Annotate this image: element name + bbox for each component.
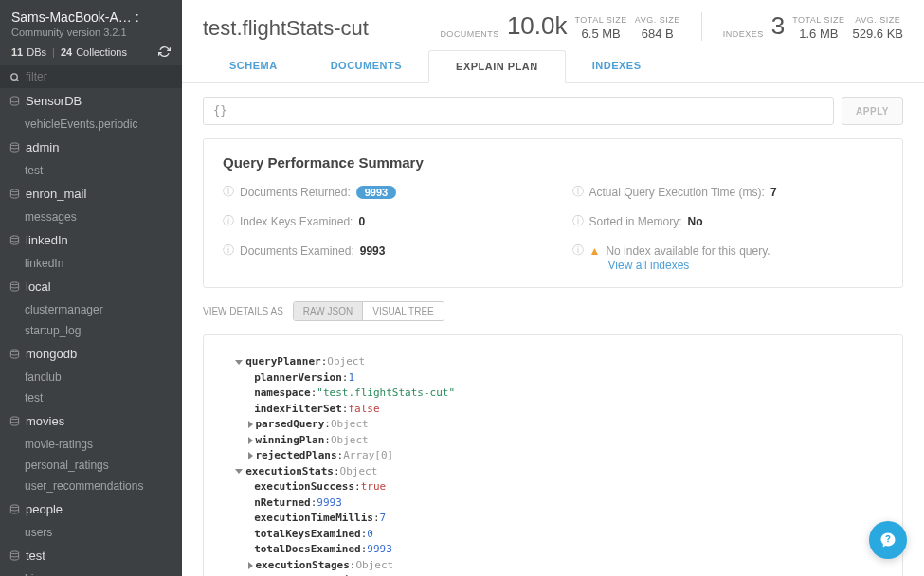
db-name: test bbox=[26, 549, 45, 563]
sidebar-collection[interactable]: big bbox=[0, 568, 182, 576]
docs-examined-label: Documents Examined: bbox=[240, 244, 354, 258]
svg-line-1 bbox=[16, 79, 18, 81]
sidebar-db[interactable]: test bbox=[0, 543, 182, 568]
sidebar-db[interactable]: local bbox=[0, 274, 182, 299]
content: {} APPLY Query Performance Summary ⓘ Doc… bbox=[182, 83, 924, 576]
warning-text: No index available for this query. bbox=[606, 244, 770, 258]
sidebar-db[interactable]: admin bbox=[0, 135, 182, 160]
svg-point-3 bbox=[10, 143, 18, 146]
db-name: movies bbox=[26, 414, 64, 428]
idx-avg-label: avg. size bbox=[855, 15, 900, 27]
sidebar-db[interactable]: movies bbox=[0, 408, 182, 434]
svg-point-9 bbox=[10, 505, 18, 508]
sidebar-collection[interactable]: startup_log bbox=[0, 320, 182, 341]
sidebar-collection[interactable]: test bbox=[0, 387, 182, 408]
db-name: linkedIn bbox=[26, 233, 68, 247]
exec-time-value: 7 bbox=[770, 186, 777, 199]
svg-point-7 bbox=[10, 350, 18, 352]
coll-count-label: Collections bbox=[76, 46, 127, 58]
host-name: Sams-MacBook-A… : bbox=[11, 9, 171, 25]
sidebar-collection[interactable]: movie-ratings bbox=[0, 434, 182, 455]
header-stats: DOCUMENTS 10.0k total size6.5 MB avg. si… bbox=[440, 11, 903, 41]
svg-point-4 bbox=[10, 189, 18, 192]
info-icon: ⓘ bbox=[223, 184, 234, 200]
info-icon: ⓘ bbox=[223, 213, 234, 229]
svg-point-8 bbox=[10, 417, 18, 420]
sidebar-collection[interactable]: messages bbox=[0, 207, 182, 227]
sidebar-collection[interactable]: vehicleEvents.periodic bbox=[0, 114, 182, 135]
keys-examined-value: 0 bbox=[358, 215, 365, 228]
docs-returned-row: ⓘ Documents Returned: 9993 bbox=[223, 184, 534, 200]
sidebar-db[interactable]: enron_mail bbox=[0, 181, 182, 207]
db-count: 11 bbox=[11, 46, 23, 58]
view-toggle: RAW JSON VISUAL TREE bbox=[293, 301, 444, 321]
sidebar-db[interactable]: linkedIn bbox=[0, 227, 182, 253]
idx-total-label: total size bbox=[792, 15, 844, 27]
help-button[interactable] bbox=[869, 521, 907, 559]
view-raw-json[interactable]: RAW JSON bbox=[294, 302, 363, 320]
info-icon: ⓘ bbox=[572, 213, 584, 229]
sidebar-collection[interactable]: test bbox=[0, 160, 182, 181]
query-summary: Query Performance Summary ⓘ Documents Re… bbox=[203, 138, 903, 288]
explain-json[interactable]: queryPlanner:Object plannerVersion:1 nam… bbox=[203, 334, 903, 576]
view-visual-tree[interactable]: VISUAL TREE bbox=[363, 302, 443, 320]
filter-input[interactable] bbox=[26, 70, 172, 83]
svg-point-5 bbox=[10, 236, 18, 239]
sidebar-db[interactable]: SensorDB bbox=[0, 88, 182, 114]
sidebar-collection[interactable]: personal_ratings bbox=[0, 455, 182, 476]
svg-point-2 bbox=[10, 97, 18, 99]
view-label: VIEW DETAILS AS bbox=[203, 306, 283, 316]
summary-title: Query Performance Summary bbox=[223, 154, 883, 171]
sidebar-collection[interactable]: clustermanager bbox=[0, 299, 182, 320]
info-icon: ⓘ bbox=[572, 184, 584, 200]
sidebar-collection[interactable]: fanclub bbox=[0, 367, 182, 387]
query-input[interactable]: {} bbox=[203, 97, 834, 125]
tab-indexes[interactable]: INDEXES bbox=[566, 50, 668, 82]
db-name: SensorDB bbox=[26, 94, 82, 108]
db-count-label: DBs bbox=[27, 46, 46, 58]
docs-returned-value: 9993 bbox=[356, 186, 396, 199]
tab-documents[interactable]: DOCUMENTS bbox=[304, 50, 428, 82]
coll-count: 24 bbox=[61, 46, 72, 58]
total-size-label: total size bbox=[574, 15, 626, 27]
sorted-value: No bbox=[688, 215, 703, 228]
avg-size-label: avg. size bbox=[635, 15, 680, 27]
db-name: local bbox=[26, 279, 51, 294]
docs-examined-row: ⓘ Documents Examined: 9993 bbox=[223, 243, 534, 259]
info-icon: ⓘ bbox=[223, 243, 234, 259]
keys-examined-row: ⓘ Index Keys Examined: 0 bbox=[223, 213, 534, 229]
tab-explain[interactable]: EXPLAIN PLAN bbox=[428, 50, 566, 83]
warning-icon: ▲ bbox=[589, 244, 601, 258]
query-row: {} APPLY bbox=[203, 97, 903, 125]
refresh-icon[interactable] bbox=[158, 45, 171, 58]
sorted-label: Sorted in Memory: bbox=[589, 215, 682, 228]
keys-examined-label: Index Keys Examined: bbox=[240, 215, 353, 228]
view-indexes-link[interactable]: View all indexes bbox=[608, 259, 690, 272]
version-label: Community version 3.2.1 bbox=[11, 27, 171, 38]
svg-point-6 bbox=[10, 282, 18, 285]
database-list[interactable]: SensorDBvehicleEvents.periodicadminteste… bbox=[0, 88, 182, 576]
db-name: people bbox=[26, 502, 63, 516]
avg-size-value: 684 B bbox=[642, 27, 674, 41]
filter-row bbox=[0, 65, 182, 88]
apply-button[interactable]: APPLY bbox=[842, 97, 903, 125]
svg-point-10 bbox=[10, 551, 18, 554]
indexes-value: 3 bbox=[771, 11, 785, 41]
search-icon bbox=[9, 72, 20, 82]
sidebar: Sams-MacBook-A… : Community version 3.2.… bbox=[0, 0, 182, 576]
idx-total-value: 1.6 MB bbox=[799, 27, 838, 41]
indexes-label: INDEXES bbox=[723, 29, 764, 41]
view-toggle-row: VIEW DETAILS AS RAW JSON VISUAL TREE bbox=[203, 301, 903, 321]
sidebar-db[interactable]: mongodb bbox=[0, 341, 182, 367]
sidebar-collection[interactable]: linkedIn bbox=[0, 253, 182, 274]
sidebar-db[interactable]: people bbox=[0, 496, 182, 522]
main-header: test.flightStats-cut DOCUMENTS 10.0k tot… bbox=[182, 0, 924, 83]
docs-label: DOCUMENTS bbox=[440, 29, 499, 41]
tab-schema[interactable]: SCHEMA bbox=[203, 50, 304, 82]
docs-value: 10.0k bbox=[507, 11, 568, 41]
sidebar-collection[interactable]: user_recommendations bbox=[0, 476, 182, 496]
exec-time-label: Actual Query Execution Time (ms): bbox=[589, 186, 765, 199]
collection-title: test.flightStats-cut bbox=[203, 16, 369, 41]
exec-time-row: ⓘ Actual Query Execution Time (ms): 7 bbox=[572, 184, 884, 200]
sidebar-collection[interactable]: users bbox=[0, 522, 182, 543]
